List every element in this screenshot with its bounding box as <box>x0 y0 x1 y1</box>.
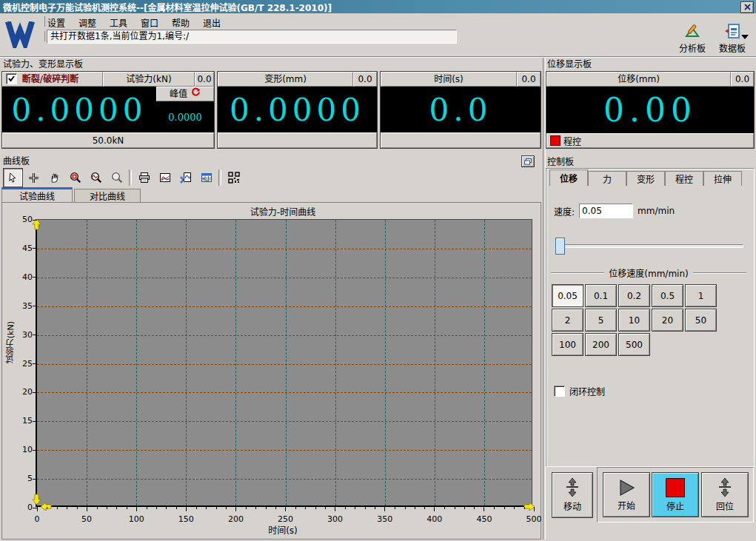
force-header-button[interactable]: 试验力(kN) <box>103 72 195 87</box>
stop-square-icon <box>666 478 685 497</box>
refresh-icon <box>191 87 201 97</box>
barcode-tool[interactable] <box>224 168 244 187</box>
y-tick <box>33 220 37 221</box>
program-mode-icon <box>550 135 561 146</box>
zoom-box-tool[interactable] <box>65 168 85 187</box>
y-tick <box>33 421 37 422</box>
break-judge-label: 断裂/破碎判断 <box>22 74 78 84</box>
data-table-icon <box>201 172 213 184</box>
closed-loop-checkbox[interactable] <box>554 386 565 397</box>
speed-button-5[interactable]: 5 <box>585 309 617 332</box>
menu-item-adjust[interactable]: 调整 <box>78 16 96 29</box>
x-minor-tick <box>127 507 127 509</box>
x-minor-tick <box>444 507 445 509</box>
stop-button[interactable]: 停止 <box>652 472 699 517</box>
x-minor-tick <box>375 507 375 509</box>
x-tick <box>136 507 137 511</box>
x-tick <box>87 507 87 511</box>
menu-item-exit[interactable]: 退出 <box>203 16 221 29</box>
speed-slider-track[interactable] <box>555 244 743 248</box>
tab-deform[interactable]: 变形 <box>626 171 665 186</box>
curve-chart-tool[interactable] <box>155 168 175 187</box>
start-button[interactable]: 开始 <box>603 472 650 517</box>
break-judge-cell[interactable]: 断裂/破碎判断 <box>2 72 103 87</box>
y-tick-label: 10 <box>4 445 33 455</box>
x-minor-tick <box>474 507 475 509</box>
toolbar-overflow-button[interactable] <box>741 31 749 41</box>
menu-item-settings[interactable]: 设置 <box>47 16 65 29</box>
data-table-tool[interactable] <box>196 168 216 187</box>
speed-button-50[interactable]: 50 <box>685 309 717 332</box>
speed-button-100[interactable]: 100 <box>552 333 583 356</box>
speed-button-20[interactable]: 20 <box>652 309 683 332</box>
x-tick <box>285 507 286 511</box>
toolbar-separator <box>0 56 756 58</box>
window-title: 微机控制电子万能试验机测控系统--[金属材料室温拉伸试验(GB/T 228.1-… <box>3 1 332 13</box>
chart-xlabel: 时间(s) <box>36 523 530 536</box>
tab-compare-curve[interactable]: 对比曲线 <box>74 189 141 202</box>
wance-logo-icon <box>5 21 39 48</box>
plot-area[interactable]: 0510152025303540455005010015020025030035… <box>36 219 532 507</box>
x-tick <box>434 507 435 511</box>
tab-test-curve[interactable]: 试验曲线 <box>1 187 73 202</box>
tab-program[interactable]: 程控 <box>665 171 703 186</box>
copy-curve-tool[interactable] <box>175 168 195 187</box>
displacement-header-button[interactable]: 位移(mm) <box>546 72 731 87</box>
x-minor-tick <box>57 507 58 509</box>
x-minor-tick <box>246 507 247 509</box>
zoom-curve-tool[interactable] <box>86 168 106 187</box>
break-judge-checkbox[interactable] <box>6 73 17 84</box>
menu-item-window[interactable]: 窗口 <box>141 16 158 29</box>
gridline-v <box>186 220 187 505</box>
speed-slider-thumb[interactable] <box>555 238 565 255</box>
speed-button-10[interactable]: 10 <box>618 309 650 332</box>
speed-button-0.1[interactable]: 0.1 <box>585 284 617 307</box>
logo-divider <box>44 16 45 53</box>
tab-test-curve-label: 试验曲线 <box>19 189 55 202</box>
tab-tensile[interactable]: 拉伸 <box>703 171 742 186</box>
zoom-out-tool[interactable] <box>107 168 127 187</box>
move-button[interactable]: 移动 <box>552 472 593 518</box>
curve-chart-icon <box>159 172 171 184</box>
menu-item-tools[interactable]: 工具 <box>110 16 127 29</box>
speed-button-0.2[interactable]: 0.2 <box>618 284 650 307</box>
x-minor-tick <box>494 507 495 509</box>
print-tool[interactable] <box>134 168 154 187</box>
pan-hand-tool[interactable] <box>44 168 64 187</box>
status-text: 共打开数据1条,当前位置为1,编号:/ <box>50 31 189 41</box>
force-range-label: 50.0kN <box>93 135 124 146</box>
yaxis-arrow-up-icon <box>32 219 41 230</box>
speed-button-500[interactable]: 500 <box>618 333 650 356</box>
peak-reset-button[interactable] <box>191 87 201 101</box>
time-header-button[interactable]: 时间(s) <box>381 72 517 87</box>
return-button[interactable]: 回位 <box>701 472 749 517</box>
deform-header-button[interactable]: 变形(mm) <box>218 72 353 87</box>
tab-force[interactable]: 力 <box>588 171 626 186</box>
gridline-v <box>286 220 287 505</box>
speed-input[interactable] <box>579 204 633 218</box>
menu-item-help[interactable]: 帮助 <box>172 16 190 29</box>
displacement-section-title: 位移显示板 <box>547 59 592 70</box>
speed-button-0.5[interactable]: 0.5 <box>652 284 683 307</box>
speed-button-2[interactable]: 2 <box>552 309 583 332</box>
speed-button-200[interactable]: 200 <box>585 333 617 356</box>
analysis-board-label: 分析板 <box>679 41 706 54</box>
x-minor-tick <box>116 507 117 509</box>
move-crosshair-tool[interactable] <box>24 168 44 187</box>
speed-button-1[interactable]: 1 <box>685 284 717 307</box>
float-panel-button[interactable] <box>521 155 535 167</box>
x-minor-tick <box>295 507 296 509</box>
force-value-display: 0.0000 <box>2 87 156 132</box>
x-minor-tick <box>67 507 67 509</box>
tab-displacement[interactable]: 位移 <box>549 169 588 186</box>
speed-button-0.05[interactable]: 0.05 <box>552 284 583 307</box>
x-minor-tick <box>345 507 346 509</box>
toolbar-separator-1 <box>129 169 132 186</box>
close-button[interactable] <box>740 1 754 13</box>
x-minor-tick <box>305 507 306 509</box>
zoom-box-icon <box>70 172 81 184</box>
analysis-board-button[interactable]: 分析板 <box>672 23 712 54</box>
y-tick <box>33 392 37 393</box>
select-cursor-tool[interactable] <box>3 168 23 187</box>
x-minor-tick <box>504 507 505 509</box>
